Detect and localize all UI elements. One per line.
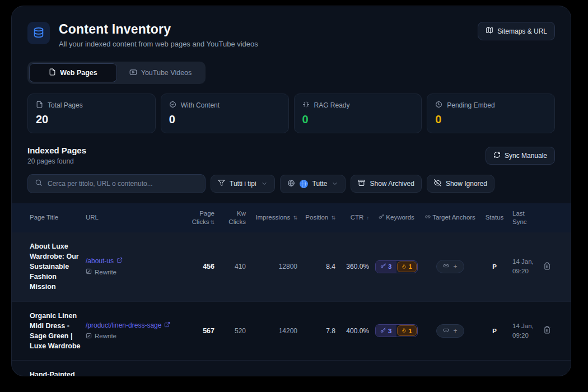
stat-value: 20	[36, 113, 147, 126]
kw-clicks-cell: 520	[217, 326, 248, 336]
indexed-pages-header: Indexed Pages 20 pages found Sync Manual…	[27, 146, 555, 165]
language-filter-dropdown[interactable]: Tutte	[280, 175, 346, 193]
search-input[interactable]	[48, 180, 198, 188]
stat-label: Pending Embed	[447, 101, 494, 109]
col-last-sync: Last Sync	[510, 208, 538, 227]
rewrite-button[interactable]: Rewrite	[86, 333, 116, 340]
position-cell: 8.4	[300, 262, 338, 272]
stat-label: With Content	[181, 101, 220, 109]
stat-label: RAG Ready	[314, 101, 350, 109]
sort-ascending-icon: ↑	[367, 215, 370, 221]
col-status: Status	[479, 212, 510, 223]
impressions-cell: 14200	[248, 326, 300, 336]
last-sync-cell: 14 Jan, 09:20	[510, 256, 538, 278]
key-icon	[379, 214, 384, 221]
add-anchor-button[interactable]: +	[436, 324, 464, 338]
keywords-badge[interactable]: 3 1	[375, 260, 418, 273]
impressions-cell: 12800	[248, 262, 300, 272]
language-globe-icon	[300, 180, 308, 188]
check-circle-icon	[169, 101, 176, 110]
sort-icon: ⇅	[293, 215, 297, 221]
hot-keywords-badge: 1	[397, 262, 417, 272]
sort-icon: ⇅	[210, 220, 214, 225]
language-filter-value: Tutte	[312, 180, 328, 188]
page-title: Content Inventory	[59, 22, 478, 37]
refresh-icon	[493, 151, 501, 160]
col-page-clicks[interactable]: Page Clicks⇅	[183, 208, 217, 227]
key-icon	[380, 263, 386, 270]
tab-web-pages[interactable]: Web Pages	[29, 63, 117, 82]
stat-total-pages: Total Pages 20	[27, 94, 156, 133]
clock-icon	[435, 101, 442, 110]
ctr-cell: 400.0%	[338, 326, 371, 336]
col-url: URL	[83, 212, 183, 223]
file-icon	[49, 68, 56, 77]
status-badge: P	[479, 262, 510, 271]
flame-icon	[402, 263, 407, 270]
sort-icon: ⇅	[331, 215, 335, 221]
map-icon	[486, 26, 493, 36]
position-cell: 7.8	[300, 326, 338, 336]
ctr-cell: 360.0%	[338, 262, 371, 272]
plus-icon: +	[453, 327, 457, 335]
rewrite-button[interactable]: Rewrite	[86, 268, 116, 276]
section-title: Indexed Pages	[27, 146, 86, 155]
page-header: Content Inventory All your indexed conte…	[27, 22, 555, 48]
sparkles-icon	[302, 101, 310, 110]
chevron-down-icon	[332, 180, 338, 187]
stat-pending-embed: Pending Embed 0	[427, 94, 555, 133]
delete-button[interactable]	[543, 326, 551, 334]
show-archived-button[interactable]: Show Archived	[351, 175, 421, 193]
page-title-cell: Organic Linen Midi Dress - Sage Green | …	[27, 310, 83, 353]
database-icon	[27, 22, 50, 44]
search-box[interactable]	[27, 174, 206, 193]
sync-manual-button[interactable]: Sync Manuale	[486, 147, 555, 165]
flame-icon	[402, 327, 407, 334]
last-sync-cell: 14 Jan, 09:20	[510, 320, 538, 342]
delete-button[interactable]	[543, 262, 551, 270]
table-header: Page Title URL Page Clicks⇅ Kw Clicks Im…	[12, 203, 571, 232]
funnel-icon	[218, 179, 225, 188]
page-subtitle: All your indexed content from web pages …	[59, 40, 478, 48]
search-icon	[35, 179, 43, 189]
file-icon	[36, 101, 43, 110]
stat-value: 0	[302, 113, 414, 126]
stat-with-content: With Content 0	[161, 94, 289, 133]
page-url-link[interactable]: /about-us	[86, 257, 123, 265]
page-title-cell: Hand-Painted Silk Scarf - Floral | Luxe …	[27, 368, 83, 376]
stat-label: Total Pages	[48, 101, 83, 109]
link-icon	[443, 327, 449, 335]
page-url-link[interactable]: /product/linen-dress-sage	[86, 321, 170, 329]
stat-value: 0	[169, 113, 281, 126]
table-row[interactable]: Hand-Painted Silk Scarf - Floral | Luxe …	[12, 361, 571, 376]
sitemaps-url-button[interactable]: Sitemaps & URL	[478, 22, 555, 40]
show-ignored-button[interactable]: Show Ignored	[427, 175, 494, 193]
type-filter-dropdown[interactable]: Tutti i tipi	[211, 175, 275, 193]
add-anchor-button[interactable]: +	[436, 260, 464, 273]
col-ctr[interactable]: CTR ↑	[338, 212, 371, 223]
table-row[interactable]: About Luxe Wardrobe: Our Sustainable Fas…	[12, 232, 571, 302]
tab-youtube-videos[interactable]: YouTube Videos	[117, 63, 204, 82]
status-badge: P	[479, 326, 510, 335]
keywords-badge[interactable]: 3 1	[375, 324, 418, 337]
page-clicks-cell: 567	[183, 326, 217, 336]
chevron-down-icon	[261, 180, 268, 187]
col-kw-clicks[interactable]: Kw Clicks	[217, 208, 248, 227]
external-link-icon	[164, 321, 170, 329]
col-impressions[interactable]: Impressions ⇅	[248, 212, 300, 223]
table-row[interactable]: Organic Linen Midi Dress - Sage Green | …	[12, 302, 571, 361]
filter-toolbar: Tutti i tipi Tutte Show Archived Show Ig…	[27, 174, 555, 193]
source-tabs: Web Pages YouTube Videos	[27, 62, 206, 84]
key-icon	[380, 328, 386, 334]
external-link-icon	[116, 257, 123, 265]
col-page-title: Page Title	[27, 212, 83, 223]
archive-icon	[358, 179, 365, 188]
col-position[interactable]: Position ⇅	[300, 212, 338, 223]
rewrite-icon	[86, 333, 92, 340]
pages-table: Page Title URL Page Clicks⇅ Kw Clicks Im…	[12, 203, 571, 376]
page-title-cell: About Luxe Wardrobe: Our Sustainable Fas…	[27, 240, 83, 293]
table-body: About Luxe Wardrobe: Our Sustainable Fas…	[12, 232, 571, 376]
stat-value: 0	[435, 113, 547, 126]
globe-icon	[287, 179, 295, 189]
type-filter-value: Tutti i tipi	[230, 180, 256, 188]
